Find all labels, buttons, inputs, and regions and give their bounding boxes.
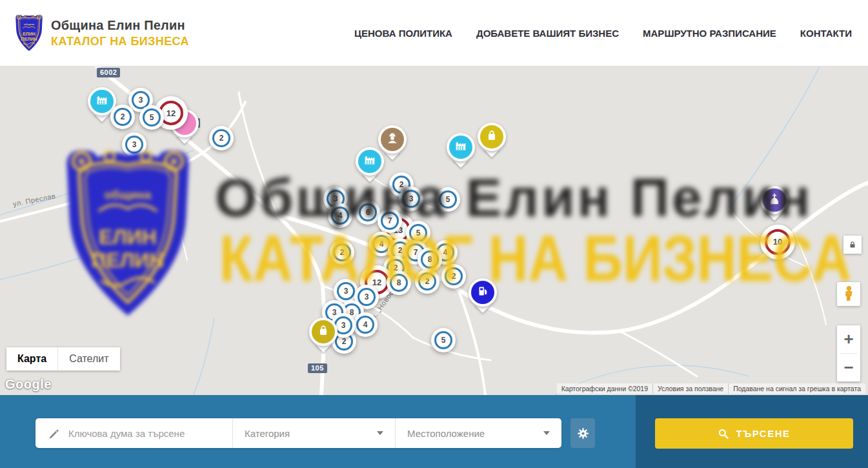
attribution-terms-link[interactable]: Условия за ползване — [652, 383, 728, 394]
pegman-control[interactable] — [837, 282, 860, 306]
search-button[interactable]: ТЪРСЕНЕ — [655, 418, 853, 449]
nav-bus-schedule[interactable]: МАРШРУТНО РАЗПИСАНИЕ — [643, 28, 776, 39]
watermark-title: Община Елин Пелин — [215, 167, 812, 229]
location-dropdown[interactable]: Местоположение — [395, 418, 561, 448]
lock-control[interactable] — [843, 236, 862, 254]
attribution-report-link[interactable]: Подаване на сигнал за грешка в картата — [728, 383, 865, 394]
site-title: Община Елин Пелин — [51, 18, 189, 33]
zoom-out-button[interactable]: − — [837, 354, 860, 382]
svg-text:ЕЛИН: ЕЛИН — [99, 225, 157, 249]
pencil-icon — [48, 427, 61, 440]
map-attribution: Картографски данни ©2019 Условия за полз… — [557, 383, 865, 394]
nav-add-business[interactable]: ДОБАВЕТЕ ВАШИЯТ БИЗНЕС — [476, 28, 619, 39]
municipality-shield-icon: община ЕЛИН ПЕЛИН — [13, 13, 45, 53]
header: община ЕЛИН ПЕЛИН Община Елин Пелин КАТА… — [0, 0, 868, 66]
pegman-icon — [843, 285, 854, 303]
attribution-copyright: Картографски данни ©2019 — [557, 383, 652, 394]
watermark-shield-icon: община ЕЛИН ПЕЛИН — [55, 139, 201, 327]
google-logo[interactable]: Google — [5, 377, 52, 392]
chevron-down-icon — [377, 431, 383, 435]
factory-icon — [95, 93, 109, 110]
map-cluster[interactable]: 5 — [139, 105, 164, 130]
chevron-down-icon — [543, 431, 550, 435]
map-cluster[interactable]: 2 — [209, 126, 234, 150]
map-type-satellite-button[interactable]: Сателит — [57, 347, 119, 371]
map-type-map-button[interactable]: Карта — [6, 347, 57, 371]
watermark-subtitle: КАТАЛОГ НА БИЗНЕСА — [219, 221, 851, 296]
cluster-count: 12 — [167, 108, 176, 118]
cluster-count: 2 — [121, 112, 125, 121]
nav-contacts[interactable]: КОНТАКТИ — [800, 28, 852, 39]
main-nav: ЦЕНОВА ПОЛИТИКА ДОБАВЕТЕ ВАШИЯТ БИЗНЕС М… — [354, 0, 852, 66]
map-cluster[interactable]: 5 — [431, 328, 456, 352]
road-badge: 6002 — [97, 68, 120, 77]
site-subtitle: КАТАЛОГ НА БИЗНЕСА — [51, 35, 189, 48]
category-dropdown[interactable]: Категория — [232, 418, 395, 448]
keyword-input[interactable] — [68, 428, 223, 439]
lock-icon — [848, 240, 857, 249]
site-logo[interactable]: община ЕЛИН ПЕЛИН Община Елин Пелин КАТА… — [13, 13, 189, 53]
search-button-label: ТЪРСЕНЕ — [736, 428, 790, 439]
advanced-settings-button[interactable] — [570, 418, 595, 448]
category-dropdown-label: Категория — [245, 428, 377, 439]
svg-text:община: община — [105, 188, 152, 201]
svg-text:ПЕЛИН: ПЕЛИН — [21, 37, 37, 41]
search-icon — [718, 428, 729, 440]
map-pin-shopping[interactable] — [308, 318, 339, 358]
cluster-count: 2 — [342, 337, 347, 346]
map-type-control: Карта Сателит — [6, 347, 120, 371]
nav-pricing[interactable]: ЦЕНОВА ПОЛИТИКА — [354, 28, 452, 39]
bag-icon — [485, 128, 499, 145]
zoom-in-button[interactable]: + — [837, 325, 860, 353]
location-dropdown-label: Местоположение — [407, 428, 543, 439]
cluster-count: 5 — [150, 113, 154, 122]
factory-icon — [454, 139, 468, 156]
svg-text:ПЕЛИН: ПЕЛИН — [92, 249, 165, 272]
road-badge: 105 — [308, 363, 327, 373]
keyword-section — [35, 418, 232, 448]
map-pin-shopping[interactable] — [476, 123, 507, 163]
worker-icon — [385, 131, 399, 148]
cluster-count: 3 — [341, 321, 346, 330]
svg-text:община: община — [24, 23, 35, 26]
bag-icon — [316, 323, 330, 340]
map-canvas[interactable]: 60021051ул. Преславбул. „Новосел 3251223… — [0, 66, 868, 395]
search-bar: Категория Местоположение — [0, 395, 868, 468]
cluster-count: 4 — [363, 320, 368, 329]
gear-icon — [576, 427, 590, 440]
cluster-count: 2 — [219, 134, 224, 143]
search-form: Категория Местоположение — [35, 418, 561, 448]
cluster-count: 3 — [139, 96, 143, 105]
map-cluster[interactable]: 2 — [110, 105, 135, 129]
svg-text:ЕЛИН: ЕЛИН — [23, 32, 35, 36]
zoom-control: + − — [837, 325, 860, 382]
cluster-count: 5 — [441, 336, 446, 345]
map-cluster[interactable]: 4 — [353, 312, 378, 337]
